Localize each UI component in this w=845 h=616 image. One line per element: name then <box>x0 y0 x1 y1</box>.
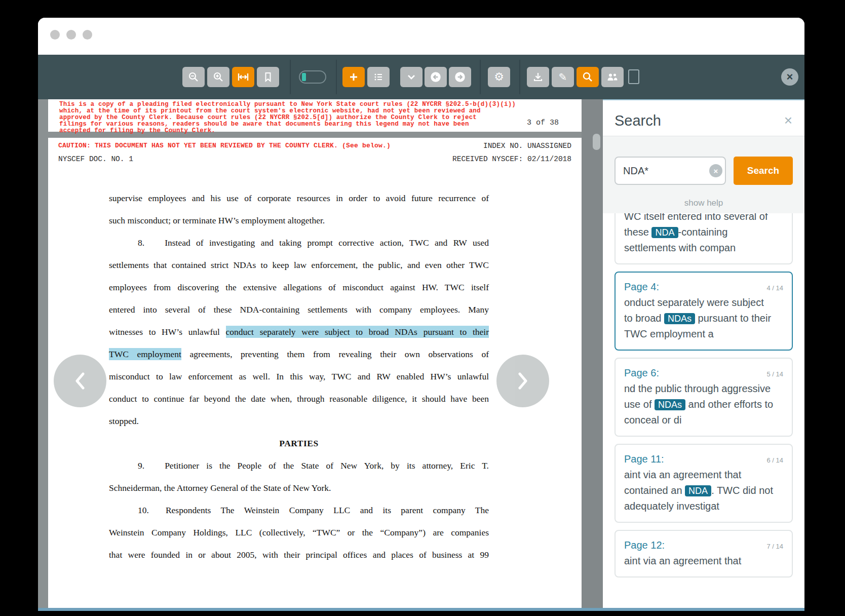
doc-text: such misconduct; or terminate HW’s emplo… <box>109 215 325 225</box>
doc-text-line: employees from discovering the extensive… <box>109 280 489 302</box>
zoom-out-icon <box>187 71 200 83</box>
doc-text-line: stopped. <box>109 413 489 436</box>
toolbar-separator <box>290 60 291 94</box>
search-match-highlight: conduct separately were subject to broad… <box>226 326 489 338</box>
result-page-label: Page 6: <box>624 365 659 381</box>
doc-text: supervise employees and his use of corpo… <box>109 193 489 203</box>
result-snippet-line: aint via an agreement that <box>624 467 783 483</box>
doc-text: employees from discovering the extensive… <box>109 282 489 292</box>
result-counter: 4 / 14 <box>766 280 783 296</box>
doc-text-line: settlements that contained strict NDAs t… <box>109 257 489 280</box>
page-menu-button[interactable] <box>400 67 422 87</box>
doc-text: misconduct to law enforcement as well. I… <box>109 371 489 381</box>
doc-text: Petitioner is the People of the State of… <box>165 460 489 471</box>
next-page-button[interactable] <box>449 67 471 87</box>
match-badge: NDAs <box>655 399 685 410</box>
scrollbar-handle[interactable] <box>593 134 600 150</box>
window-dot[interactable] <box>83 30 92 40</box>
add-annotation-button[interactable] <box>342 67 365 87</box>
plus-icon <box>348 71 360 83</box>
doc-text-line: 8.Instead of investigating and taking pr… <box>109 235 489 257</box>
toolbar-separator <box>519 60 520 94</box>
search-panel-header: Search × <box>603 100 804 136</box>
doc-text-line: such misconduct; or terminate HW’s emplo… <box>109 213 489 235</box>
doc-text: Weinstein Company Holdings, LLC (collect… <box>109 527 489 537</box>
result-counter: 5 / 14 <box>766 366 783 382</box>
doc-text: that were founded in or about 2005, with… <box>109 550 489 560</box>
search-result-card[interactable]: Page 12:7 / 14aint via an agreement that <box>614 530 793 578</box>
fit-width-icon <box>237 71 250 83</box>
list-icon <box>372 71 385 83</box>
bookmark-button[interactable] <box>257 67 279 87</box>
show-help-link[interactable]: show help <box>603 198 804 208</box>
doc-text-line: TWC employment agreements, preventing th… <box>109 346 489 369</box>
search-toggle-button[interactable] <box>577 67 599 87</box>
result-snippet-line: conceal or di <box>624 412 783 428</box>
view-toggle[interactable] <box>299 70 326 84</box>
window-dot[interactable] <box>66 30 76 40</box>
doc-text: PARTIES <box>279 438 318 448</box>
index-no: INDEX NO. UNASSIGNED <box>483 142 571 150</box>
chevron-down-icon <box>405 71 417 83</box>
zoom-in-button[interactable] <box>207 67 229 87</box>
prev-page-button[interactable] <box>425 67 447 87</box>
toolbar: ⚙ ✎ × <box>38 55 804 99</box>
result-counter: 6 / 14 <box>766 452 783 468</box>
doc-text: settlements that contained strict NDAs t… <box>109 260 489 270</box>
close-search-panel-icon[interactable]: × <box>784 113 792 128</box>
clear-search-icon[interactable]: × <box>709 164 722 177</box>
page-outline-icon[interactable] <box>628 69 639 84</box>
search-panel: Search × × Search show help WC itself en… <box>603 99 804 608</box>
window-bottom-edge <box>38 608 804 611</box>
download-icon <box>532 71 544 83</box>
match-badge: NDA <box>685 485 711 496</box>
next-page-overlay-button[interactable] <box>496 355 549 407</box>
edit-button[interactable]: ✎ <box>552 67 574 87</box>
doc-text: agreements, preventing them from reveali… <box>181 349 489 359</box>
settings-button[interactable]: ⚙ <box>488 67 510 87</box>
bookmark-icon <box>262 71 274 83</box>
toolbar-separator <box>336 60 337 94</box>
search-submit-button[interactable]: Search <box>734 157 793 185</box>
title-bar <box>38 18 804 55</box>
doc-text-line: Weinstein Company Holdings, LLC (collect… <box>109 525 489 547</box>
result-snippet-line: TWC employment a <box>624 326 783 342</box>
result-snippet-line: these NDA-containing <box>624 224 783 240</box>
doc-no: NYSCEF DOC. NO. 1 <box>58 155 133 163</box>
result-snippet-line: to broad NDAs pursuant to their <box>624 311 783 326</box>
fit-width-button[interactable] <box>232 67 254 87</box>
window-dot[interactable] <box>50 30 60 40</box>
people-button[interactable] <box>601 67 624 87</box>
caution-text: CAUTION: THIS DOCUMENT HAS NOT YET BEEN … <box>58 142 391 150</box>
toolbar-separator <box>480 60 481 94</box>
result-snippet-line: settlements with compan <box>624 240 783 256</box>
doc-text: entered into several of these NDA-contai… <box>109 304 489 315</box>
zoom-out-button[interactable] <box>182 67 205 87</box>
doc-text-line: witnesses to HW’s unlawful conduct separ… <box>109 324 489 346</box>
result-snippet-line: WC itself entered into several of <box>624 213 783 224</box>
view-toggle-indicator <box>302 73 306 81</box>
result-card-header: Page 4:4 / 14 <box>624 279 783 295</box>
annotation-list-button[interactable] <box>367 67 390 87</box>
search-result-card[interactable]: WC itself entered into several ofthese N… <box>614 213 793 264</box>
search-icon <box>582 71 594 83</box>
doc-heading: PARTIES <box>109 436 489 458</box>
search-panel-title: Search <box>614 112 661 129</box>
doc-text: 8. <box>138 238 144 248</box>
result-card-header: Page 6:5 / 14 <box>624 365 783 381</box>
search-result-card[interactable]: Page 6:5 / 14nd the public through aggre… <box>614 358 793 437</box>
prev-page-overlay-button[interactable] <box>54 355 106 407</box>
viewer-content: This is a copy of a pleading filed elect… <box>38 99 804 611</box>
search-result-card[interactable]: Page 11:6 / 14aint via an agreement that… <box>614 444 793 523</box>
document-area: This is a copy of a pleading filed elect… <box>38 99 603 611</box>
close-viewer-button[interactable]: × <box>781 68 798 86</box>
result-snippet-line: aint via an agreement that <box>624 553 783 569</box>
scrollbar-track[interactable] <box>582 99 603 611</box>
match-badge: NDA <box>651 227 678 238</box>
people-icon <box>606 71 619 83</box>
result-page-label: Page 11: <box>624 451 664 467</box>
download-button[interactable] <box>527 67 549 87</box>
result-snippet-line: contained an NDA. TWC did not <box>624 483 783 498</box>
doc-text-line: conduct to continue far beyond the date … <box>109 391 489 413</box>
search-result-card[interactable]: Page 4:4 / 14onduct separately were subj… <box>614 272 793 351</box>
